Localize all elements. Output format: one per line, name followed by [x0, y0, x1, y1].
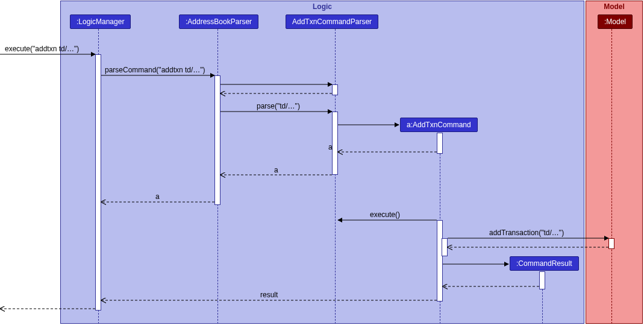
activation-addtxn-parser-1	[332, 84, 338, 95]
activation-addtxn-cmd-execute	[437, 220, 443, 301]
activation-addtxn-cmd-nested	[442, 238, 448, 256]
lifeline-addtxn-command-parser	[335, 29, 336, 324]
activation-logic-manager	[95, 54, 101, 311]
activation-addtxn-parser-2	[332, 112, 338, 175]
participant-logic-manager: :LogicManager	[70, 14, 131, 29]
lifeline-model	[611, 29, 612, 324]
participant-addtxn-command: a:AddTxnCommand	[400, 118, 478, 132]
msg-return-a-1: a	[328, 143, 333, 151]
participant-addtxn-command-parser: AddTxnCommandParser	[286, 14, 378, 29]
logic-frame: Logic	[60, 1, 584, 324]
activation-addtxn-cmd-create	[437, 133, 443, 154]
msg-execute-call: execute()	[370, 210, 400, 219]
msg-execute-in: execute("addtxn td/…")	[5, 45, 79, 53]
activation-command-result	[539, 271, 545, 289]
participant-address-book-parser: :AddressBookParser	[179, 14, 258, 29]
msg-return-a-3: a	[155, 192, 160, 201]
msg-parse-command: parseCommand("addtxn td/…")	[105, 66, 205, 74]
model-frame: Model	[586, 1, 643, 324]
participant-model: :Model	[598, 14, 633, 29]
msg-result: result	[260, 291, 278, 299]
model-frame-label: Model	[586, 1, 642, 11]
activation-address-book-parser	[214, 75, 220, 205]
activation-model	[608, 238, 614, 249]
logic-frame-label: Logic	[61, 1, 584, 11]
msg-return-a-2: a	[274, 166, 278, 174]
msg-parse: parse("td/…")	[257, 102, 300, 110]
participant-command-result: :CommandResult	[510, 256, 579, 271]
msg-add-transaction: addTransaction("td/…")	[489, 229, 564, 237]
